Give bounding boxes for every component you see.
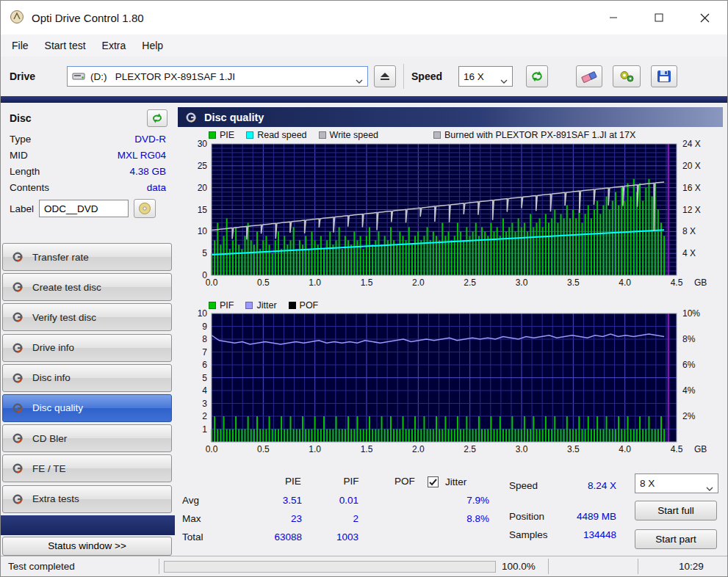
pie-speed-chart: 05101520253024 X20 X16 X12 X8 X4 X0.00.5… xyxy=(175,139,728,297)
sidebar-item-disc-info[interactable]: Disc info xyxy=(2,364,172,392)
scan-speed-select[interactable]: 8 X xyxy=(635,473,718,493)
jitter-checkbox[interactable] xyxy=(428,476,439,487)
sidebar-item-disc-quality[interactable]: Disc quality xyxy=(2,394,172,422)
scan-control-panel: Speed 8.24 X 8 X Position 4489 MB Start … xyxy=(505,470,727,558)
avg-jitter-value: 7.9% xyxy=(430,495,489,506)
sidebar-item-label: Extra tests xyxy=(32,493,79,504)
y-axis-label: 8 xyxy=(202,334,207,344)
chart2-legend: PIFJitterPOF xyxy=(209,300,318,311)
sidebar-item-transfer-rate[interactable]: Transfer rate xyxy=(2,243,172,271)
y-axis-label: 10 xyxy=(198,310,208,319)
legend-swatch xyxy=(246,131,253,139)
x-axis-label: 2.5 xyxy=(464,277,476,288)
x-axis-label: 1.0 xyxy=(309,444,321,454)
field-label: Length xyxy=(10,166,40,177)
disc-panel-header: Disc xyxy=(1,103,175,131)
save-button[interactable] xyxy=(651,65,677,87)
right-axis-label: 24 X xyxy=(682,139,701,149)
y-axis-label: 15 xyxy=(198,205,208,215)
chevron-down-icon xyxy=(500,75,508,86)
col-header-pie: PIE xyxy=(271,476,315,487)
row-label-max: Max xyxy=(182,513,201,524)
disc-field-mid: MIDMXL RG04 xyxy=(1,147,175,163)
menu-help[interactable]: Help xyxy=(134,36,171,55)
sidebar-item-cd-bler[interactable]: CD Bler xyxy=(2,424,172,452)
odc-icon xyxy=(12,372,24,384)
burn-label-button[interactable] xyxy=(134,199,156,218)
sidebar-item-verify-test-disc[interactable]: Verify test disc xyxy=(2,303,172,331)
sidebar-item-extra-tests[interactable]: Extra tests xyxy=(2,485,172,513)
sidebar-item-label: Drive info xyxy=(32,342,74,353)
disc-refresh-button[interactable] xyxy=(147,109,167,127)
col-header-jitter: Jitter xyxy=(445,476,466,487)
burn-info-legend: Burned with PLEXTOR PX-891SAF 1.JI at 17… xyxy=(433,130,635,140)
odc-icon xyxy=(12,251,24,263)
right-axis-label: 8 X xyxy=(682,226,696,236)
eject-icon xyxy=(380,72,390,81)
menu-extra[interactable]: Extra xyxy=(94,36,134,55)
section-title: Disc quality xyxy=(204,112,264,123)
menu-start-test[interactable]: Start test xyxy=(37,36,94,55)
main-panel: Disc quality PIERead speedWrite speed Bu… xyxy=(175,103,727,556)
sidebar-item-label: Disc quality xyxy=(32,402,83,413)
drive-select[interactable]: (D:) PLEXTOR PX-891SAF 1.JI xyxy=(67,66,368,87)
start-part-button[interactable]: Start part xyxy=(635,529,717,549)
x-axis-label: 3.0 xyxy=(516,277,528,288)
section-header: Disc quality xyxy=(178,107,723,127)
scan-speed-value: 8.24 X xyxy=(558,480,616,491)
close-button[interactable] xyxy=(682,1,727,35)
floppy-save-icon xyxy=(657,70,671,83)
speed-label: Speed xyxy=(411,70,442,82)
pif-jitter-chart: 1234567891010%8%6%4%2%0.00.51.01.52.02.5… xyxy=(175,310,728,464)
x-axis-label: 3.5 xyxy=(567,444,580,454)
status-message: Test completed xyxy=(8,561,75,572)
statusbar-divider xyxy=(159,559,159,574)
minimize-button[interactable] xyxy=(591,1,636,35)
x-axis-label: 3.0 xyxy=(516,444,528,454)
odc-icon xyxy=(12,281,24,293)
eject-button[interactable] xyxy=(374,65,396,87)
start-full-button[interactable]: Start full xyxy=(635,501,717,520)
sidebar-item-label: Verify test disc xyxy=(32,312,96,323)
avg-pif-value: 0.01 xyxy=(300,495,358,506)
chevron-down-icon xyxy=(356,75,363,86)
clock-time: 10:29 xyxy=(660,561,722,572)
disc-label-input[interactable] xyxy=(39,200,129,217)
advanced-settings-button[interactable] xyxy=(613,65,641,87)
sidebar-item-create-test-disc[interactable]: Create test disc xyxy=(2,273,172,301)
sidebar-item-drive-info[interactable]: Drive info xyxy=(2,334,172,362)
read-speed-select[interactable]: 16 X xyxy=(458,66,513,87)
row-label-total: Total xyxy=(182,531,203,542)
y-axis-label: 10 xyxy=(198,226,208,236)
x-axis-label: 0.0 xyxy=(206,277,218,288)
sidebar-item-fe-te[interactable]: FE / TE xyxy=(2,454,172,482)
drive-icon xyxy=(72,71,85,81)
maximize-button[interactable] xyxy=(636,1,682,35)
position-value: 4489 MB xyxy=(558,511,616,522)
odc-icon xyxy=(12,493,24,505)
window-controls xyxy=(591,1,727,35)
x-axis-label: 0.0 xyxy=(206,444,218,454)
refresh-button[interactable] xyxy=(526,65,548,87)
position-label: Position xyxy=(509,511,544,522)
legend-item-pif: PIF xyxy=(209,300,234,311)
legend-swatch xyxy=(245,302,253,309)
y-axis-label: 6 xyxy=(202,360,207,370)
y-axis-label: 20 xyxy=(198,183,208,193)
app-window: Opti Drive Control 1.80 FileStart testEx… xyxy=(0,0,728,577)
status-window-button[interactable]: Status window >> xyxy=(2,537,172,556)
samples-label: Samples xyxy=(509,529,548,540)
sidebar-item-label: Disc info xyxy=(32,372,71,383)
right-axis-label: 6% xyxy=(682,360,696,370)
x-axis-label: 4.0 xyxy=(619,444,631,454)
gears-icon xyxy=(618,70,635,83)
right-axis-label: 4% xyxy=(682,385,696,396)
erase-disc-button[interactable] xyxy=(576,65,602,87)
legend-label: PIF xyxy=(220,300,234,311)
legend-item-pie: PIE xyxy=(209,130,234,140)
app-icon xyxy=(10,10,24,26)
total-pie-value: 63088 xyxy=(243,531,302,542)
sidebar-item-label: FE / TE xyxy=(32,463,66,474)
menu-file[interactable]: File xyxy=(4,36,37,55)
odc-icon xyxy=(12,342,24,354)
